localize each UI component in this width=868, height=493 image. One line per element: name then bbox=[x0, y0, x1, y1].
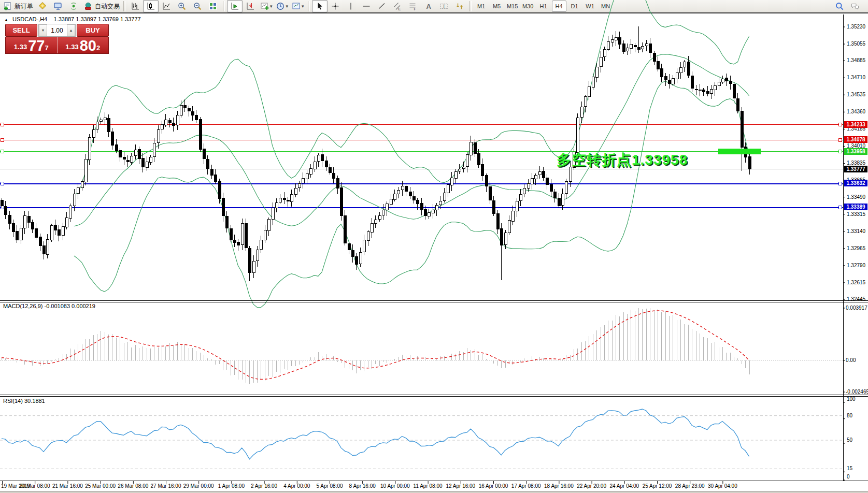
date-tick-label: 12 Apr 16:00 bbox=[443, 483, 478, 489]
price-tick-label: 1.32615 bbox=[847, 280, 865, 285]
date-tick-label: 21 Mar 16:00 bbox=[50, 483, 85, 489]
sell-button[interactable]: SELL bbox=[5, 24, 37, 37]
date-tick-label: 29 Mar 00:00 bbox=[181, 483, 216, 489]
macd-axis-label: 0.00 bbox=[846, 357, 856, 363]
date-tick-label: 25 Mar 00:00 bbox=[83, 483, 118, 489]
macd-axis-label: 0.003917 bbox=[846, 305, 867, 311]
volume-down-button[interactable]: ▼ bbox=[39, 24, 47, 36]
price-tick-label: 1.32790 bbox=[847, 263, 865, 268]
buy-button[interactable]: BUY bbox=[77, 24, 109, 37]
symbol-label: USDCAD-,H4 bbox=[12, 16, 47, 22]
price-level-badge: 1.33389 bbox=[844, 204, 867, 210]
volume-up-button[interactable]: ▲ bbox=[67, 24, 75, 36]
sell-price[interactable]: 1.33 77 7 bbox=[6, 37, 58, 53]
date-tick-label: 28 Apr 23:00 bbox=[672, 483, 707, 489]
buy-price-big: 80 bbox=[80, 39, 96, 52]
price-level-badge: 1.34078 bbox=[844, 136, 867, 143]
date-tick-label: 2 Apr 16:00 bbox=[247, 483, 282, 489]
sell-price-small: 1.33 bbox=[14, 43, 27, 51]
date-tick-label: 11 Apr 08:00 bbox=[410, 483, 446, 489]
volume-spinner: ▼ 1.00 ▲ bbox=[38, 24, 76, 37]
date-tick-label: 8 Apr 16:00 bbox=[345, 483, 380, 489]
price-level-badge: 1.33632 bbox=[844, 180, 867, 186]
buy-price[interactable]: 1.33 80 2 bbox=[58, 37, 109, 53]
panel-separator[interactable] bbox=[0, 395, 868, 395]
panel-separator[interactable] bbox=[0, 300, 868, 301]
time-axis-line bbox=[0, 481, 868, 481]
price-tick-label: 1.35230 bbox=[847, 24, 865, 30]
macd-main-value: -0.001083 bbox=[44, 303, 70, 309]
buy-price-small: 1.33 bbox=[65, 43, 78, 51]
rsi-axis-label: 100 bbox=[847, 396, 856, 402]
chart-annotation-text[interactable]: 多空转折点1.33958 bbox=[557, 150, 688, 170]
panel-separator[interactable] bbox=[0, 396, 868, 397]
date-tick-label: 20 Mar 08:00 bbox=[17, 483, 52, 489]
price-tick-label: 1.33490 bbox=[847, 194, 865, 200]
macd-signal-value: 0.000219 bbox=[72, 303, 95, 309]
price-level-badge: 1.34233 bbox=[844, 121, 867, 128]
price-tick-label: 1.32445 bbox=[847, 296, 865, 302]
collapse-panel-icon[interactable]: ▲ bbox=[4, 18, 8, 22]
date-tick-label: 5 Apr 08:00 bbox=[312, 483, 347, 489]
date-tick-label: 27 Mar 16:00 bbox=[148, 483, 183, 489]
macd-axis-label: -0.002465 bbox=[846, 389, 868, 395]
rsi-axis-label: 15 bbox=[847, 466, 852, 471]
price-tick-label: 1.35055 bbox=[847, 41, 865, 47]
chart-header: ▲ USDCAD-,H4 1.33887 1.33897 1.33769 1.3… bbox=[4, 16, 141, 22]
date-tick-label: 4 Apr 00:00 bbox=[279, 483, 315, 489]
date-tick-label: 16 Apr 00:00 bbox=[476, 483, 511, 489]
sell-price-sup: 7 bbox=[45, 44, 48, 52]
date-tick-label: 17 Apr 08:00 bbox=[508, 483, 544, 489]
volume-input[interactable]: 1.00 bbox=[47, 24, 67, 36]
rsi-axis-label: 0 bbox=[847, 474, 850, 480]
current-price-badge: 1.33777 bbox=[844, 166, 867, 172]
price-tick-label: 1.34885 bbox=[847, 57, 865, 63]
price-tick-label: 1.34360 bbox=[847, 109, 865, 114]
date-tick-label: 30 Apr 04:00 bbox=[705, 483, 740, 489]
date-tick-label: 24 Apr 04:00 bbox=[607, 483, 642, 489]
date-tick-label: 22 Apr 20:00 bbox=[574, 483, 609, 489]
date-tick-label: 18 Apr 16:00 bbox=[541, 483, 576, 489]
price-tick-label: 1.34710 bbox=[847, 75, 865, 80]
macd-label: MACD(12,26,9) -0.001083 0.000219 bbox=[3, 303, 95, 309]
window-bottom-edge bbox=[0, 491, 868, 493]
price-tick-label: 1.33315 bbox=[847, 211, 865, 217]
rsi-axis-label: 50 bbox=[847, 437, 852, 443]
buy-price-sup: 2 bbox=[96, 44, 100, 52]
mt4-window: 新订单 自动交易 ▾▾▾ EFAT M1M5M15M30H1H4D1W1MN ▲… bbox=[0, 0, 868, 493]
price-tick-label: 1.32965 bbox=[847, 245, 865, 251]
sell-price-big: 77 bbox=[28, 39, 45, 52]
highlight-zone[interactable] bbox=[718, 149, 761, 154]
price-level-badge: 1.33958 bbox=[844, 148, 867, 155]
rsi-label: RSI(14) 30.1881 bbox=[3, 398, 45, 404]
date-tick-label: 10 Apr 00:00 bbox=[377, 483, 412, 489]
price-tick-label: 1.33140 bbox=[847, 228, 865, 234]
rsi-axis-label: 80 bbox=[847, 413, 852, 418]
chart-canvas[interactable] bbox=[0, 0, 868, 493]
panel-separator[interactable] bbox=[0, 302, 868, 302]
one-click-trade-panel: SELL ▼ 1.00 ▲ BUY 1.33 77 7 1.33 80 2 bbox=[5, 24, 109, 54]
rsi-value: 30.1881 bbox=[24, 398, 45, 404]
price-tick-label: 1.34535 bbox=[847, 92, 865, 97]
ohlc-values: 1.33887 1.33897 1.33769 1.33777 bbox=[53, 16, 140, 22]
date-tick-label: 1 Apr 08:00 bbox=[214, 483, 249, 489]
date-tick-label: 25 Apr 12:00 bbox=[639, 483, 675, 489]
date-tick-label: 26 Mar 08:00 bbox=[116, 483, 151, 489]
price-tick-label: 1.33835 bbox=[847, 160, 865, 166]
